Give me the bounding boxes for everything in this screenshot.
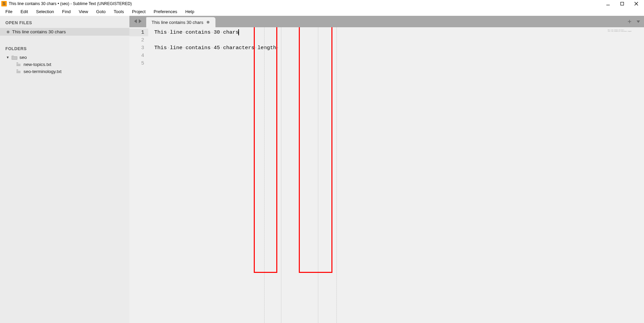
text-file-icon	[16, 62, 22, 67]
menu-edit[interactable]: Edit	[16, 8, 32, 15]
menu-goto[interactable]: Goto	[92, 8, 110, 15]
line-number: 5	[129, 60, 148, 67]
code-line: This·line·contains·45·characters·length·	[148, 44, 644, 52]
tab-history-forward-icon[interactable]	[138, 19, 142, 25]
svg-marker-11	[139, 19, 142, 23]
code-line: This·line·contains·30·chars	[148, 29, 644, 36]
tabstrip: This line contains 30 chars	[129, 16, 644, 27]
editor-area[interactable]: 1 2 3 4 5 This·line·contains·30·chars Th…	[129, 27, 644, 323]
close-button[interactable]	[634, 1, 639, 6]
menu-project[interactable]: Project	[128, 8, 150, 15]
menu-preferences[interactable]: Preferences	[150, 8, 181, 15]
text-file-icon	[16, 69, 22, 74]
editor-pane: This line contains 30 chars 1 2 3 4 5	[129, 16, 644, 323]
line-number: 1	[129, 29, 148, 36]
file-item[interactable]: seo-terminology.txt	[0, 68, 129, 75]
dirty-indicator-icon	[207, 21, 209, 24]
folder-icon	[11, 55, 17, 60]
ruler-2	[281, 27, 281, 323]
menu-find[interactable]: Find	[58, 8, 75, 15]
tab-overflow-icon[interactable]	[636, 20, 641, 23]
sidebar: OPEN FILES This line contains 30 chars F…	[0, 16, 129, 323]
tab-history-back-icon[interactable]	[133, 19, 137, 25]
new-tab-button[interactable]	[627, 19, 632, 24]
file-item[interactable]: new-topics.txt	[0, 61, 129, 68]
tab-label: This line contains 30 chars	[152, 20, 203, 25]
svg-marker-14	[637, 21, 640, 23]
dirty-indicator-icon	[7, 31, 9, 33]
code-line	[148, 52, 644, 60]
open-file-label: This line contains 30 chars	[12, 29, 66, 34]
app-icon: S	[1, 1, 7, 6]
file-label: new-topics.txt	[24, 62, 51, 67]
titlebar: S This line contains 30 chars • (seo) - …	[0, 0, 644, 7]
tab-active[interactable]: This line contains 30 chars	[146, 17, 215, 27]
menu-file[interactable]: File	[1, 8, 16, 15]
ruler-3	[318, 27, 318, 323]
svg-rect-1	[621, 2, 624, 5]
file-label: seo-terminology.txt	[24, 69, 62, 74]
folder-label: seo	[19, 55, 27, 60]
ruler-4	[336, 27, 337, 323]
line-number: 4	[129, 52, 148, 60]
chevron-down-icon: ▼	[6, 56, 9, 59]
folder-root[interactable]: ▼ seo	[0, 54, 129, 61]
caret	[238, 29, 239, 35]
folders-header: FOLDERS	[0, 45, 129, 54]
code-content[interactable]: This·line·contains·30·chars This·line·co…	[148, 27, 644, 323]
code-line	[148, 36, 644, 44]
menu-tools[interactable]: Tools	[110, 8, 128, 15]
window-title: This line contains 30 chars • (seo) - Su…	[9, 1, 132, 6]
svg-marker-10	[134, 19, 137, 23]
open-files-header: OPEN FILES	[0, 19, 129, 28]
code-line	[148, 60, 644, 67]
menu-selection[interactable]: Selection	[32, 8, 58, 15]
open-file-item[interactable]: This line contains 30 chars	[0, 28, 129, 36]
minimize-button[interactable]	[606, 1, 610, 6]
menu-help[interactable]: Help	[181, 8, 198, 15]
ruler-1	[264, 27, 265, 323]
line-number: 2	[129, 36, 148, 44]
minimap[interactable]: This line contains 30 chars This line co…	[608, 29, 638, 32]
menubar: File Edit Selection Find View Goto Tools…	[0, 7, 644, 16]
maximize-button[interactable]	[620, 1, 625, 6]
menu-view[interactable]: View	[75, 8, 92, 15]
line-number: 3	[129, 44, 148, 52]
line-gutter: 1 2 3 4 5	[129, 27, 148, 323]
